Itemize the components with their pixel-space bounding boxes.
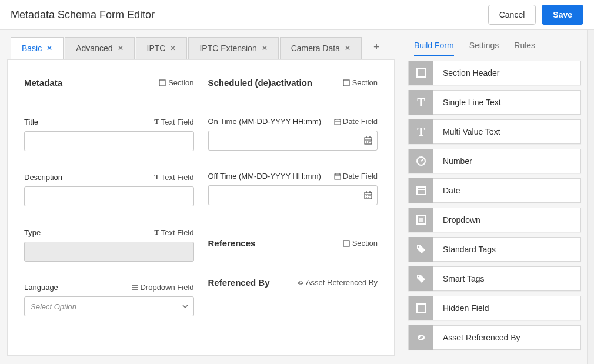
sidebar-tab-build-form[interactable]: Build Form: [414, 41, 454, 56]
header-actions: Cancel Save: [488, 5, 583, 25]
field-type[interactable]: Type T Text Field: [24, 228, 194, 262]
section-title: Scheduled (de)activation: [208, 78, 313, 88]
section-header-scheduled[interactable]: Scheduled (de)activation Section: [208, 78, 378, 88]
component-label: Smart Tags: [433, 274, 494, 283]
cancel-button[interactable]: Cancel: [488, 5, 536, 25]
field-on-time[interactable]: On Time (MM-DD-YYYY HH:mm) Date Field: [208, 117, 378, 151]
tab-label: Basic: [22, 44, 42, 53]
component-label: Date: [433, 186, 470, 195]
text-icon: T: [409, 90, 433, 115]
field-type-label: Date Field: [343, 172, 378, 181]
form-column-1: Metadata Section Title T Text Field: [24, 78, 194, 338]
field-label: Title: [24, 118, 38, 126]
sidebar-tab-settings[interactable]: Settings: [469, 41, 499, 56]
list-icon: [131, 284, 138, 291]
gauge-icon: [409, 149, 433, 173]
component-asset-referenced-by[interactable]: Asset Referenced By: [408, 325, 581, 350]
component-single-line-text[interactable]: T Single Line Text: [408, 90, 581, 115]
tab-label: Advanced: [76, 44, 112, 53]
tag-icon: [409, 237, 433, 262]
section-header-references[interactable]: References Section: [208, 238, 378, 248]
form-column-2: Scheduled (de)activation Section On Time…: [208, 78, 378, 338]
component-dropdown[interactable]: Dropdown: [408, 208, 581, 232]
sidebar: Build Form Settings Rules Section Header…: [402, 30, 587, 364]
title-input[interactable]: [24, 131, 194, 151]
component-label: Multi Value Text: [433, 127, 510, 136]
close-icon[interactable]: ✕: [170, 44, 176, 52]
close-icon[interactable]: ✕: [262, 44, 268, 52]
square-icon: [343, 240, 350, 247]
field-label: Off Time (MM-DD-YYYY HH:mm): [208, 172, 321, 181]
scrollbar[interactable]: [587, 30, 594, 364]
close-icon[interactable]: ✕: [345, 44, 351, 52]
svg-rect-0: [159, 80, 165, 86]
svg-point-12: [418, 276, 419, 277]
tab-basic[interactable]: Basic ✕: [11, 37, 64, 59]
tag-icon: [409, 266, 433, 291]
language-select[interactable]: Select Option: [24, 296, 194, 316]
field-language[interactable]: Language Dropdown Field Select Option: [24, 283, 194, 316]
close-icon[interactable]: ✕: [118, 44, 124, 52]
component-standard-tags[interactable]: Standard Tags: [408, 237, 581, 262]
link-icon: [409, 325, 433, 350]
page-title: Metadata Schema Form Editor: [11, 9, 155, 21]
field-type-badge: Date Field: [334, 117, 378, 126]
field-type-label: Text Field: [161, 228, 194, 237]
form-tabs: Basic ✕ Advanced ✕ IPTC ✕ IPTC Extension…: [0, 30, 402, 59]
save-button[interactable]: Save: [542, 5, 583, 25]
field-referenced-by[interactable]: Referenced By Asset Referenced By: [208, 278, 378, 288]
field-type-badge: Asset Referenced By: [297, 278, 378, 287]
field-type-label: Date Field: [343, 117, 378, 126]
component-number[interactable]: Number: [408, 149, 581, 173]
square-icon: [409, 296, 433, 320]
field-type-badge: T Text Field: [154, 228, 193, 237]
svg-rect-7: [417, 69, 425, 77]
sidebar-tab-rules[interactable]: Rules: [514, 41, 535, 56]
type-input[interactable]: [24, 242, 194, 262]
component-multi-value-text[interactable]: T Multi Value Text: [408, 119, 581, 144]
description-input[interactable]: [24, 186, 194, 206]
component-date[interactable]: Date: [408, 178, 581, 203]
section-badge: Section: [159, 78, 193, 87]
date-picker-button[interactable]: [359, 185, 378, 205]
calendar-icon: [409, 178, 433, 203]
on-time-input[interactable]: [208, 131, 359, 151]
calendar-icon: [334, 118, 341, 125]
field-label: Language: [24, 283, 58, 292]
section-header-metadata[interactable]: Metadata Section: [24, 78, 194, 88]
sidebar-tabs: Build Form Settings Rules: [402, 30, 587, 56]
add-tab-button[interactable]: +: [363, 37, 391, 59]
section-badge: Section: [343, 78, 378, 87]
list-icon: [409, 208, 433, 232]
tab-advanced[interactable]: Advanced ✕: [65, 37, 134, 59]
field-label: Description: [24, 173, 62, 182]
svg-rect-9: [417, 187, 425, 195]
component-hidden-field[interactable]: Hidden Field: [408, 296, 581, 320]
tab-iptc-extension[interactable]: IPTC Extension ✕: [188, 37, 278, 59]
component-section-header[interactable]: Section Header: [408, 61, 581, 85]
svg-rect-1: [343, 80, 349, 86]
text-icon: T: [154, 117, 159, 126]
component-label: Section Header: [433, 68, 509, 78]
field-description[interactable]: Description T Text Field: [24, 172, 194, 206]
component-smart-tags[interactable]: Smart Tags: [408, 266, 581, 291]
tab-camera-data[interactable]: Camera Data ✕: [280, 37, 362, 59]
section-badge: Section: [343, 239, 378, 248]
tab-label: IPTC: [147, 44, 166, 53]
badge-label: Section: [352, 239, 378, 248]
section-title: References: [208, 238, 256, 248]
close-icon[interactable]: ✕: [46, 44, 52, 52]
field-title[interactable]: Title T Text Field: [24, 117, 194, 151]
component-label: Standard Tags: [433, 245, 505, 254]
field-off-time[interactable]: Off Time (MM-DD-YYYY HH:mm) Date Field: [208, 172, 378, 205]
badge-label: Section: [168, 78, 193, 87]
badge-label: Section: [352, 78, 378, 87]
svg-rect-4: [335, 174, 341, 179]
header: Metadata Schema Form Editor Cancel Save: [0, 0, 594, 30]
field-type-label: Text Field: [161, 173, 194, 182]
calendar-icon: [363, 136, 373, 145]
tab-iptc[interactable]: IPTC ✕: [136, 37, 188, 59]
calendar-icon: [334, 173, 341, 180]
off-time-input[interactable]: [208, 185, 359, 205]
date-picker-button[interactable]: [359, 131, 378, 151]
